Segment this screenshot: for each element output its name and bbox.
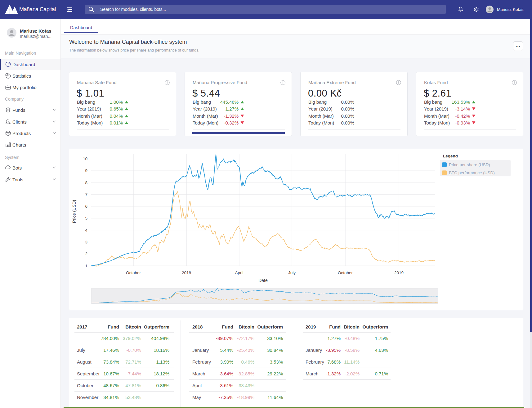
svg-text:July: July: [288, 270, 296, 275]
svg-text:October: October: [126, 270, 141, 275]
svg-text:7: 7: [85, 192, 87, 197]
svg-text:1: 1: [85, 264, 87, 268]
svg-text:8: 8: [85, 180, 87, 185]
svg-text:4: 4: [85, 228, 87, 233]
svg-text:BTC performance (USD): BTC performance (USD): [449, 170, 495, 175]
svg-text:Legend: Legend: [443, 154, 458, 158]
svg-text:Price (USD): Price (USD): [72, 200, 77, 223]
svg-text:9: 9: [85, 168, 87, 173]
svg-text:Price per share (USD): Price per share (USD): [449, 162, 490, 167]
svg-text:Date: Date: [258, 278, 268, 283]
svg-text:April: April: [235, 270, 243, 275]
svg-text:10: 10: [83, 156, 87, 161]
svg-text:2018: 2018: [182, 270, 191, 275]
svg-text:3: 3: [85, 240, 87, 244]
svg-text:2019: 2019: [394, 270, 404, 275]
svg-text:5: 5: [85, 216, 87, 220]
svg-text:6: 6: [85, 204, 87, 209]
svg-text:October: October: [338, 270, 353, 275]
svg-text:2: 2: [85, 252, 87, 256]
